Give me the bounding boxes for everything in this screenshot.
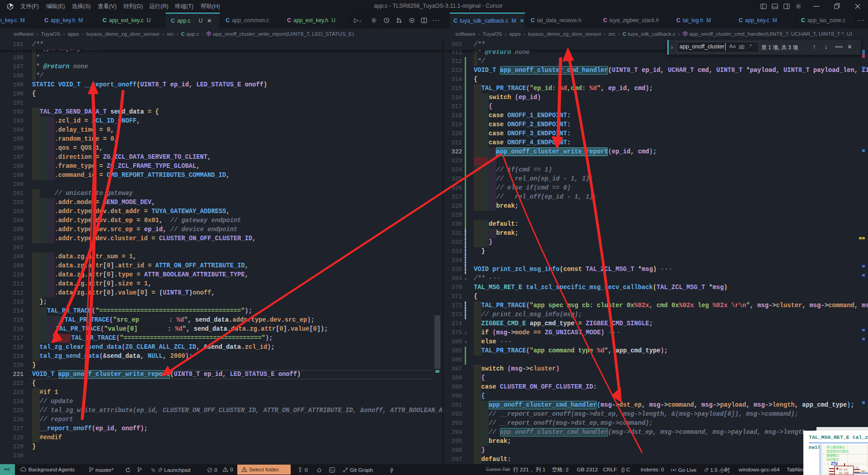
svg-text:D2 D1: D2 D1 (839, 468, 847, 471)
svg-text:ZTU: ZTU (831, 462, 838, 466)
svg-text:串口通信接口: 串口通信接口 (826, 445, 845, 449)
svg-text:LED指示: LED指示 (826, 458, 839, 461)
svg-text:21: 21 (855, 466, 859, 469)
svg-text:按键接口: 按键接口 (826, 454, 839, 457)
svg-text:状态指示灯接口: 状态指示灯接口 (826, 450, 849, 453)
svg-text:D0 SWS: D0 SWS (839, 471, 849, 475)
svg-text:SW1: SW1 (861, 470, 866, 473)
